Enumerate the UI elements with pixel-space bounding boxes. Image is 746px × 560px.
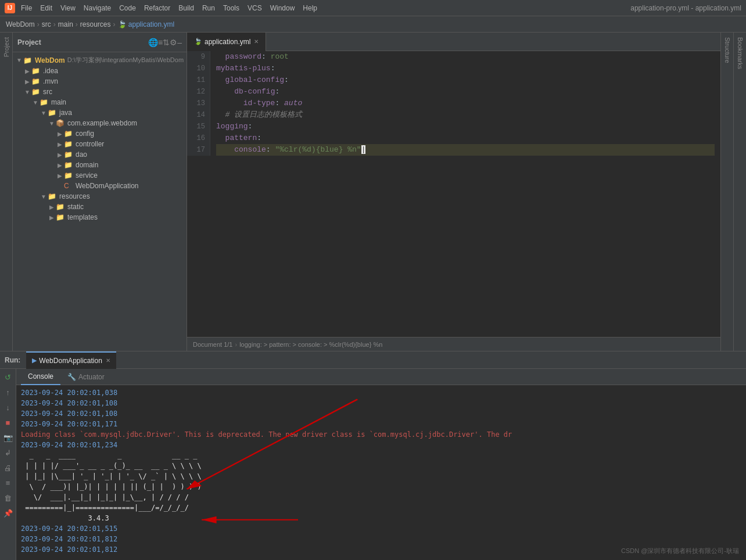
menu-vcs[interactable]: VCS: [248, 4, 262, 12]
yaml-tab-icon: 🍃: [194, 38, 202, 45]
tree-item-resources[interactable]: ▼ 📁 resources: [13, 191, 186, 202]
project-tab[interactable]: Project: [1, 33, 12, 62]
watermark: CSDN @深圳市有德者科技有限公司-耿瑞: [621, 547, 739, 555]
sidebar-gear-icon[interactable]: ⚙: [170, 38, 177, 47]
tree-label-templates: templates: [67, 213, 98, 221]
pin-button[interactable]: 📌: [2, 507, 14, 519]
breadcrumb-file[interactable]: 🍃 application.yml: [118, 20, 175, 28]
status-sep1: ›: [235, 341, 237, 348]
tree-item-service[interactable]: ▶ 📁 service: [13, 170, 186, 181]
menu-refactor[interactable]: Refactor: [144, 4, 170, 12]
tree-label-config: config: [76, 130, 94, 138]
code-line-13: id-type: auto: [216, 98, 715, 109]
breadcrumb-main[interactable]: main: [58, 20, 73, 28]
menu-view[interactable]: View: [60, 4, 76, 12]
breadcrumb-webdom[interactable]: WebDom: [6, 20, 35, 28]
tree-item-domain[interactable]: ▶ 📁 domain: [13, 160, 186, 170]
editor-content[interactable]: 9 10 11 12 13 14 15 16 17 password: root…: [187, 51, 720, 337]
app-icon: IJ: [5, 3, 15, 13]
menu-code[interactable]: Code: [119, 4, 136, 12]
code-line-14: # 设置日志的模板格式: [216, 109, 715, 121]
print-button[interactable]: 🖨: [2, 462, 14, 473]
sidebar-tree: ▼ 📁 WebDom D:\学习案例\integrationMyBatis\We…: [13, 52, 186, 351]
stop-button[interactable]: ■: [2, 417, 14, 428]
menu-navigate[interactable]: Navigate: [84, 4, 111, 12]
restart-button[interactable]: ↺: [2, 371, 14, 383]
menu-edit[interactable]: Edit: [40, 4, 52, 12]
tree-item-main[interactable]: ▼ 📁 main: [13, 97, 186, 107]
editor-lines: 9 10 11 12 13 14 15 16 17 password: root…: [187, 51, 720, 156]
menu-file[interactable]: File: [21, 4, 32, 12]
breadcrumb-src[interactable]: src: [42, 20, 51, 28]
wrap-button[interactable]: ↲: [2, 447, 14, 458]
menu-window[interactable]: Window: [270, 4, 295, 12]
code-line-16: pattern:: [216, 132, 715, 144]
status-document: Document 1/1: [193, 341, 232, 348]
tree-label-controller: controller: [76, 140, 104, 148]
right-structure-panel: Structure: [720, 33, 733, 351]
code-line-9: password: root: [216, 51, 715, 63]
console-line-1: 2023-09-24 20:02:01,038: [21, 387, 741, 398]
run-tab-webdomapp[interactable]: ▶ WebDomApplication ✕: [26, 351, 116, 369]
console-line-7: 2023-09-24 20:02:01,812: [21, 534, 741, 544]
console-line-banner2: | | | |/ ___'_ __ _ _(_)_ __ __ _ \ \ \ …: [21, 461, 741, 471]
console-line-2: 2023-09-24 20:02:01,108: [21, 398, 741, 408]
tree-item-com-example[interactable]: ▼ 📦 com.example.webdom: [13, 118, 186, 128]
tree-item-controller[interactable]: ▶ 📁 controller: [13, 139, 186, 149]
run-toolbar: ↺ ↑ ↓ ■ 📷 ↲ 🖨 ≡ 🗑 📌: [0, 369, 16, 560]
sidebar: Project 🌐 ≡ ⇅ ⚙ – ▼ 📁 WebDom D:\学习案例\int…: [13, 33, 187, 351]
bookmarks-tab[interactable]: Bookmarks: [735, 33, 745, 74]
sidebar-minimize-icon[interactable]: –: [177, 38, 182, 47]
run-tab-bar: Run: ▶ WebDomApplication ✕: [0, 351, 746, 369]
line-num-17: 17: [192, 144, 205, 156]
tree-item-mvn[interactable]: ▶ 📁 .mvn: [13, 76, 186, 87]
tab-close-btn[interactable]: ✕: [254, 38, 259, 45]
tree-item-templates[interactable]: ▶ 📁 templates: [13, 212, 186, 222]
tree-label-com-example: com.example.webdom: [67, 119, 137, 127]
tree-item-root[interactable]: ▼ 📁 WebDom D:\学习案例\integrationMyBatis\We…: [13, 55, 186, 66]
tree-item-config[interactable]: ▶ 📁 config: [13, 128, 186, 139]
scroll-down-button[interactable]: ↓: [2, 401, 14, 413]
tree-item-java[interactable]: ▼ 📁 java: [13, 107, 186, 118]
run-content-wrapper: 2023-09-24 20:02:01,038 2023-09-24 20:02…: [16, 385, 746, 560]
tree-label-resources: resources: [59, 192, 90, 200]
tree-label-idea: .idea: [43, 67, 58, 75]
main-layout: Project Project 🌐 ≡ ⇅ ⚙ – ▼ 📁 WebDom D:\…: [0, 33, 746, 560]
line-num-14: 14: [192, 109, 205, 121]
tree-label-webdom: WebDom: [35, 56, 65, 64]
menu-help[interactable]: Help: [303, 4, 317, 12]
tree-item-webdomapp[interactable]: C WebDomApplication: [13, 181, 186, 191]
trash-button[interactable]: 🗑: [2, 492, 14, 504]
code-area[interactable]: password: root mybatis-plus: global-conf…: [210, 51, 720, 156]
console-line-warn: Loading class `com.mysql.jdbc.Driver'. T…: [21, 429, 741, 440]
camera-button[interactable]: 📷: [2, 432, 14, 443]
menu-bar: IJ File Edit View Navigate Code Refactor…: [0, 0, 746, 16]
console-output[interactable]: 2023-09-24 20:02:01,038 2023-09-24 20:02…: [16, 385, 746, 557]
content-area: Project Project 🌐 ≡ ⇅ ⚙ – ▼ 📁 WebDom D:\…: [0, 33, 746, 351]
breadcrumb-resources[interactable]: resources: [80, 20, 111, 28]
sidebar-align-icon[interactable]: ≡: [158, 38, 163, 47]
scroll-up-button[interactable]: ↑: [2, 386, 14, 398]
console-line-banner1: _ _ ____ _ __ _ _: [21, 450, 741, 461]
menu-build[interactable]: Build: [178, 4, 194, 12]
actuator-tab[interactable]: 🔧 Actuator: [60, 369, 112, 385]
menu-run[interactable]: Run: [202, 4, 215, 12]
tree-item-idea[interactable]: ▶ 📁 .idea: [13, 66, 186, 76]
bookmark-panel: Bookmarks: [733, 33, 746, 351]
structure-tab[interactable]: Structure: [722, 33, 733, 68]
console-tab[interactable]: Console: [21, 369, 60, 385]
tree-label-src: src: [43, 88, 52, 96]
status-path: logging: > pattern: > console: > %clr(%d…: [239, 341, 382, 348]
console-line-6: 2023-09-24 20:02:01,515: [21, 523, 741, 534]
tab-application-yml[interactable]: 🍃 application.yml ✕: [187, 33, 266, 51]
tree-label-java: java: [59, 109, 72, 117]
sidebar-sort-icon[interactable]: ⇅: [163, 38, 170, 47]
filter-button[interactable]: ≡: [2, 477, 14, 489]
tree-item-src[interactable]: ▼ 📁 src: [13, 87, 186, 97]
menu-tools[interactable]: Tools: [223, 4, 239, 12]
run-tab-close[interactable]: ✕: [106, 357, 110, 364]
run-label: Run:: [5, 356, 20, 364]
sidebar-globe-icon[interactable]: 🌐: [148, 38, 158, 47]
tree-item-static[interactable]: ▶ 📁 static: [13, 202, 186, 212]
tree-item-dao[interactable]: ▶ 📁 dao: [13, 149, 186, 160]
